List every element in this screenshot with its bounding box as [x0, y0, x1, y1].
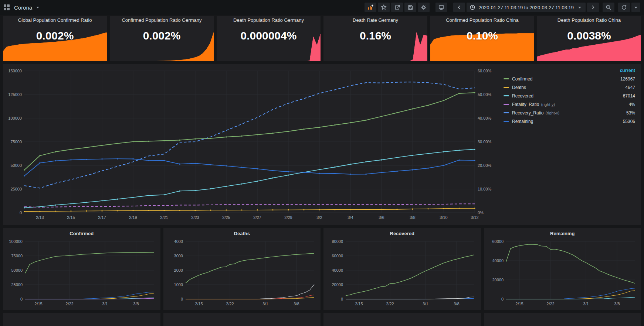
navbar-left: Corona	[4, 4, 41, 11]
time-range-back-button[interactable]	[453, 3, 465, 12]
series-current-value: 4%	[629, 102, 635, 107]
chevron-right-icon	[590, 4, 596, 10]
time-range-picker[interactable]: 2020-01-27 11:03:19 to 2020-03-27 11:03:…	[467, 3, 586, 12]
next-row-partial	[3, 313, 641, 326]
svg-text:4000: 4000	[174, 239, 183, 244]
stat-value: 0.002%	[3, 30, 107, 42]
svg-text:3/6: 3/6	[379, 215, 384, 220]
timeseries-chart[interactable]: 02500050000750001000001250001500000%10.0…	[5, 67, 498, 224]
svg-text:25000: 25000	[10, 187, 22, 191]
svg-text:3/4: 3/4	[348, 215, 353, 220]
svg-text:125000: 125000	[8, 92, 22, 97]
save-icon	[407, 4, 413, 10]
time-range-label: 2020-01-27 11:03:19 to 2020-03-27 11:03:…	[478, 5, 574, 10]
legend-row[interactable]: Remaining 55306	[504, 117, 635, 126]
dashboard-title: Corona	[14, 4, 32, 11]
legend-row[interactable]: Recovery_Ratio (right-y) 53%	[504, 109, 635, 117]
svg-text:2/23: 2/23	[191, 215, 199, 220]
zoom-out-button[interactable]	[603, 3, 614, 12]
panel-title[interactable]: Confirmed	[3, 228, 160, 238]
svg-text:2/22: 2/22	[386, 302, 394, 306]
stat-value: 0.16%	[323, 30, 427, 42]
panel-recovered: Recovered 0200004000060000800002/152/223…	[323, 228, 481, 310]
caret-down-icon	[35, 4, 41, 10]
series-swatch	[504, 87, 509, 88]
svg-text:2/22: 2/22	[226, 302, 234, 306]
series-swatch	[504, 121, 509, 122]
settings-button[interactable]	[418, 3, 430, 12]
panel-main-timeseries: 02500050000750001000001250001500000%10.0…	[3, 64, 641, 225]
caret-down-icon	[633, 4, 639, 10]
panel-confirmed-ratio-germany: Confirmed Population Ratio Germany 0.002…	[110, 16, 214, 61]
svg-text:20.00%: 20.00%	[478, 163, 492, 168]
svg-text:0: 0	[341, 297, 343, 301]
panel-title[interactable]: Confirmed Population Ratio Germany	[111, 17, 212, 23]
navbar-right: 2020-01-27 11:03:19 to 2020-03-27 11:03:…	[365, 3, 640, 12]
svg-text:60000: 60000	[332, 254, 343, 258]
svg-text:2/22: 2/22	[546, 302, 554, 306]
dashboard-title-dropdown[interactable]: Corona	[14, 4, 41, 11]
gear-icon	[421, 4, 427, 10]
svg-text:20000: 20000	[332, 282, 343, 287]
svg-text:2000: 2000	[174, 268, 183, 272]
panel-death-ratio-china: Death Population Ratio China 0.0038%	[537, 16, 641, 61]
series-name: Recovered	[512, 93, 533, 99]
panel-title[interactable]: Remaining	[484, 228, 641, 238]
save-button[interactable]	[404, 3, 416, 12]
panel-title[interactable]: Death Population Ratio Germany	[218, 17, 319, 23]
series-swatch	[504, 104, 509, 105]
panel-title[interactable]: Deaths	[163, 228, 321, 238]
caret-down-icon	[577, 4, 583, 10]
tv-mode-button[interactable]	[435, 3, 447, 12]
svg-text:3000: 3000	[174, 254, 183, 258]
panel-title[interactable]: Confirmed Population Ratio China	[432, 17, 533, 23]
panel-title[interactable]: Global Population Confirmed Ratio	[4, 17, 105, 23]
refresh-button[interactable]	[618, 3, 630, 12]
time-range-forward-button[interactable]	[587, 3, 599, 12]
star-button[interactable]	[378, 3, 390, 12]
deaths-chart[interactable]: 010002000300040002/152/223/13/8	[165, 239, 318, 309]
svg-text:2/17: 2/17	[98, 215, 106, 220]
legend-row[interactable]: Confirmed 126967	[504, 75, 635, 83]
share-button[interactable]	[391, 3, 403, 12]
add-panel-button[interactable]	[365, 3, 376, 12]
refresh-icon	[621, 4, 627, 10]
svg-text:50000: 50000	[11, 268, 23, 272]
svg-text:40000: 40000	[492, 258, 504, 263]
svg-text:60.00%: 60.00%	[478, 69, 492, 73]
star-icon	[381, 4, 387, 10]
panel-partial	[484, 313, 641, 326]
dashboards-grid-icon	[4, 4, 10, 10]
svg-text:2/19: 2/19	[129, 215, 137, 220]
panel-confirmed-ratio-china: Confirmed Population Ratio China 0.10%	[430, 16, 534, 61]
svg-text:3/1: 3/1	[583, 302, 589, 306]
svg-text:0: 0	[20, 297, 23, 301]
stat-value: 0.002%	[110, 30, 214, 42]
legend-row[interactable]: Deaths 4647	[504, 83, 635, 92]
svg-text:40.00%: 40.00%	[478, 116, 492, 120]
remaining-chart[interactable]: 02000040000600002/152/223/13/8	[485, 239, 638, 309]
recovered-chart[interactable]: 0200004000060000800002/152/223/13/8	[325, 239, 478, 309]
mini-panel-row: Confirmed 02500050000750001000002/152/22…	[3, 228, 641, 310]
svg-text:1000: 1000	[174, 282, 183, 287]
svg-text:20000: 20000	[492, 278, 504, 282]
svg-text:0%: 0%	[478, 210, 484, 215]
legend-row[interactable]: Recovered 67014	[504, 92, 635, 100]
legend-row[interactable]: Fatality_Ratio (right-y) 4%	[504, 100, 635, 109]
svg-text:2/15: 2/15	[515, 302, 523, 306]
svg-text:3/1: 3/1	[423, 302, 428, 306]
svg-text:3/2: 3/2	[316, 215, 322, 220]
monitor-icon	[438, 4, 444, 10]
confirmed-chart[interactable]: 02500050000750001000002/152/223/13/8	[4, 239, 157, 309]
svg-text:3/8: 3/8	[410, 215, 415, 220]
panel-title[interactable]: Recovered	[323, 228, 481, 238]
svg-text:100000: 100000	[9, 239, 23, 244]
panel-title[interactable]: Death Population Ratio China	[539, 17, 640, 23]
panel-partial	[323, 313, 481, 326]
refresh-interval-dropdown[interactable]	[631, 3, 640, 12]
series-swatch	[504, 95, 509, 96]
svg-text:40000: 40000	[332, 268, 343, 272]
grafana-menu-button[interactable]	[4, 4, 10, 10]
panel-title[interactable]: Death Rate Germany	[325, 17, 426, 23]
svg-text:3/8: 3/8	[294, 302, 299, 306]
